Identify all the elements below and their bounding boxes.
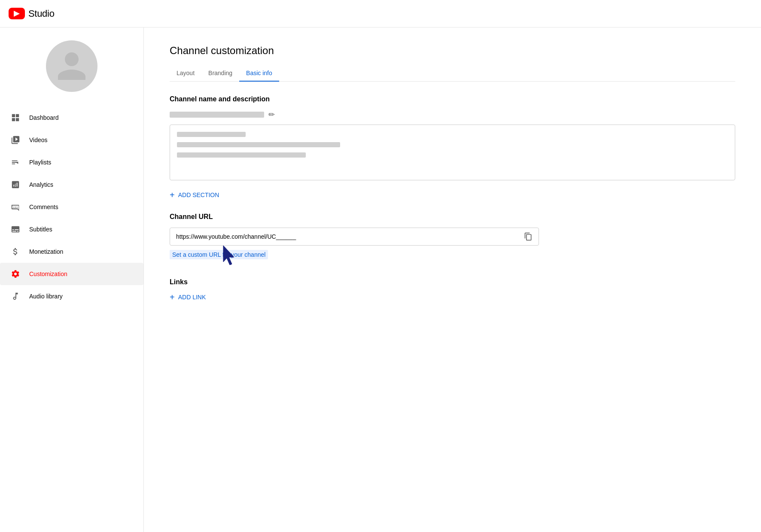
sidebar-item-playlists[interactable]: Playlists bbox=[0, 151, 143, 173]
sidebar-item-videos[interactable]: Videos bbox=[0, 129, 143, 151]
tab-layout[interactable]: Layout bbox=[170, 65, 201, 82]
copy-url-button[interactable] bbox=[518, 228, 539, 245]
dashboard-icon bbox=[10, 112, 21, 123]
videos-label: Videos bbox=[29, 137, 48, 143]
analytics-label: Analytics bbox=[29, 181, 53, 188]
add-section-button[interactable]: + ADD SECTION bbox=[170, 191, 735, 199]
desc-line-1 bbox=[177, 132, 246, 137]
logo-container[interactable]: Studio bbox=[9, 8, 55, 19]
audio-library-icon bbox=[10, 291, 21, 301]
tab-branding[interactable]: Branding bbox=[201, 65, 239, 82]
tabs: Layout Branding Basic info bbox=[170, 65, 735, 82]
sidebar-item-audio-library[interactable]: Audio library bbox=[0, 285, 143, 307]
sidebar-item-analytics[interactable]: Analytics bbox=[0, 173, 143, 196]
avatar[interactable] bbox=[46, 40, 97, 92]
url-input[interactable] bbox=[170, 228, 518, 245]
header: Studio bbox=[0, 0, 761, 27]
copy-icon bbox=[524, 232, 533, 241]
links-section-title: Links bbox=[170, 278, 735, 286]
comments-label: Comments bbox=[29, 204, 58, 210]
channel-name-placeholder bbox=[170, 112, 264, 118]
customization-icon bbox=[10, 269, 21, 279]
description-box[interactable] bbox=[170, 125, 735, 180]
page-title: Channel customization bbox=[170, 45, 735, 57]
playlists-icon bbox=[10, 157, 21, 167]
customization-label: Customization bbox=[29, 271, 67, 277]
dashboard-label: Dashboard bbox=[29, 114, 59, 121]
monetization-icon bbox=[10, 246, 21, 257]
app-body: Dashboard Videos Playlists Analytics bbox=[0, 27, 761, 532]
add-link-icon: + bbox=[170, 293, 175, 301]
channel-url-section-title: Channel URL bbox=[170, 213, 735, 221]
url-section: Set a custom URL for your channel bbox=[170, 228, 735, 271]
add-section-label: ADD SECTION bbox=[178, 192, 219, 198]
avatar-container bbox=[0, 36, 143, 96]
person-icon bbox=[55, 49, 89, 83]
analytics-icon bbox=[10, 179, 21, 190]
tab-basic-info[interactable]: Basic info bbox=[239, 65, 279, 82]
add-link-label: ADD LINK bbox=[178, 294, 206, 301]
custom-url-link[interactable]: Set a custom URL for your channel bbox=[170, 250, 268, 259]
channel-name-row: ✏ bbox=[170, 110, 735, 119]
sidebar-item-comments[interactable]: Comments bbox=[0, 196, 143, 218]
audio-library-label: Audio library bbox=[29, 293, 63, 300]
channel-name-section-title: Channel name and description bbox=[170, 95, 735, 103]
monetization-label: Monetization bbox=[29, 248, 63, 255]
sidebar-item-monetization[interactable]: Monetization bbox=[0, 240, 143, 263]
comments-icon bbox=[10, 202, 21, 212]
add-section-icon: + bbox=[170, 191, 175, 199]
playlists-label: Playlists bbox=[29, 159, 51, 166]
desc-line-2 bbox=[177, 142, 340, 147]
main-content: Channel customization Layout Branding Ba… bbox=[144, 27, 761, 532]
subtitles-label: Subtitles bbox=[29, 226, 52, 233]
sidebar-item-customization[interactable]: Customization bbox=[0, 263, 143, 285]
edit-icon[interactable]: ✏ bbox=[268, 110, 275, 119]
custom-url-container: Set a custom URL for your channel bbox=[170, 250, 268, 271]
add-link-button[interactable]: + ADD LINK bbox=[170, 293, 735, 301]
youtube-logo-icon bbox=[9, 8, 25, 19]
sidebar-item-dashboard[interactable]: Dashboard bbox=[0, 106, 143, 129]
sidebar: Dashboard Videos Playlists Analytics bbox=[0, 27, 144, 532]
subtitles-icon bbox=[10, 224, 21, 234]
videos-icon bbox=[10, 135, 21, 145]
studio-text: Studio bbox=[28, 8, 55, 19]
url-input-row bbox=[170, 228, 539, 246]
desc-line-3 bbox=[177, 152, 306, 158]
sidebar-item-subtitles[interactable]: Subtitles bbox=[0, 218, 143, 240]
